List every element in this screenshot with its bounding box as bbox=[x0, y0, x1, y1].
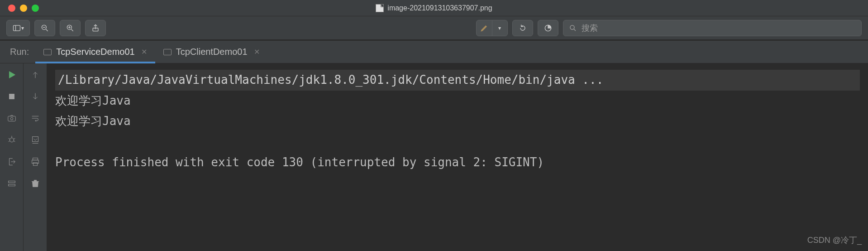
print-icon bbox=[30, 157, 40, 167]
console-line: 欢迎学习Java bbox=[55, 91, 860, 111]
zoom-in-icon bbox=[66, 24, 75, 33]
close-tab-icon[interactable]: ✕ bbox=[139, 48, 147, 56]
window-controls bbox=[0, 5, 39, 12]
scroll-to-end-button[interactable] bbox=[29, 133, 42, 147]
exit-button[interactable] bbox=[5, 155, 19, 169]
window-title-text: image-20210913103637907.png bbox=[387, 4, 492, 12]
svg-rect-22 bbox=[8, 181, 15, 183]
layout-button[interactable] bbox=[5, 177, 19, 190]
exit-icon bbox=[7, 157, 17, 167]
dump-button[interactable] bbox=[5, 111, 19, 125]
info-button[interactable] bbox=[538, 20, 558, 36]
svg-rect-0 bbox=[14, 25, 20, 31]
panel-icon bbox=[12, 24, 21, 33]
minimize-window-button[interactable] bbox=[20, 5, 27, 12]
watermark: CSDN @冷丁_ bbox=[807, 233, 862, 248]
clear-button[interactable] bbox=[29, 177, 42, 190]
tab-label: TcpServiceDemo01 bbox=[56, 47, 134, 57]
svg-line-6 bbox=[72, 29, 73, 31]
run-config-icon bbox=[163, 49, 172, 55]
share-icon bbox=[91, 24, 100, 33]
svg-rect-23 bbox=[8, 184, 15, 186]
maximize-window-button[interactable] bbox=[32, 5, 39, 12]
rerun-button[interactable] bbox=[5, 68, 19, 82]
rotate-icon bbox=[518, 24, 527, 33]
soft-wrap-button[interactable] bbox=[29, 111, 42, 125]
share-button[interactable] bbox=[85, 20, 106, 36]
print-button[interactable] bbox=[29, 155, 42, 169]
arrow-down-icon bbox=[30, 92, 40, 101]
run-actions-col-1 bbox=[0, 63, 24, 251]
svg-point-15 bbox=[10, 117, 13, 120]
svg-point-11 bbox=[570, 25, 574, 29]
up-button[interactable] bbox=[29, 68, 42, 82]
svg-rect-28 bbox=[33, 163, 37, 165]
console-command-line: /Library/Java/JavaVirtualMachines/jdk1.8… bbox=[55, 70, 860, 91]
svg-line-3 bbox=[46, 29, 48, 31]
window-title: image-20210913103637907.png bbox=[0, 4, 868, 12]
close-window-button[interactable] bbox=[8, 5, 15, 12]
run-actions-col-2 bbox=[24, 63, 47, 251]
svg-point-16 bbox=[10, 138, 14, 142]
bug-icon bbox=[7, 135, 17, 145]
search-input[interactable]: 搜索 bbox=[563, 20, 862, 36]
run-tab-bar: Run: TcpServiceDemo01 ✕ TcpClientDemo01 … bbox=[0, 41, 868, 63]
titlebar: image-20210913103637907.png bbox=[0, 0, 868, 16]
rotate-button[interactable] bbox=[512, 20, 533, 36]
svg-rect-27 bbox=[32, 160, 38, 163]
search-icon bbox=[569, 24, 577, 32]
search-placeholder: 搜索 bbox=[582, 23, 598, 34]
console-line bbox=[55, 132, 860, 153]
scroll-end-icon bbox=[30, 135, 40, 145]
run-config-icon bbox=[43, 49, 52, 55]
arrow-up-icon bbox=[30, 70, 40, 80]
chevron-down-icon: ▾ bbox=[498, 25, 501, 31]
down-button[interactable] bbox=[29, 90, 42, 103]
tab-label: TcpClientDemo01 bbox=[176, 47, 248, 57]
chevron-down-icon: ▾ bbox=[21, 25, 24, 31]
stop-icon bbox=[7, 92, 17, 101]
console-line: Process finished with exit code 130 (int… bbox=[55, 152, 860, 173]
svg-rect-13 bbox=[9, 94, 14, 99]
zoom-out-icon bbox=[40, 24, 49, 33]
console-output[interactable]: /Library/Java/JavaVirtualMachines/jdk1.8… bbox=[47, 63, 868, 251]
stop-button[interactable] bbox=[5, 90, 19, 103]
close-tab-icon[interactable]: ✕ bbox=[252, 48, 260, 56]
zoom-out-button[interactable] bbox=[34, 20, 55, 36]
layout-icon bbox=[7, 179, 17, 188]
tab-tcpservicedemo01[interactable]: TcpServiceDemo01 ✕ bbox=[35, 41, 155, 63]
markup-button[interactable]: ▾ bbox=[476, 20, 508, 36]
pencil-icon bbox=[480, 24, 489, 33]
svg-rect-24 bbox=[32, 137, 38, 142]
file-icon bbox=[376, 4, 384, 12]
marker-icon bbox=[544, 24, 553, 33]
run-label: Run: bbox=[0, 41, 35, 63]
console-line: 欢迎学习Java bbox=[55, 111, 860, 132]
play-icon bbox=[7, 70, 17, 80]
camera-icon bbox=[7, 113, 17, 123]
debug-button[interactable] bbox=[5, 133, 19, 147]
tab-tcpclientdemo01[interactable]: TcpClientDemo01 ✕ bbox=[155, 41, 268, 63]
run-panel: /Library/Java/JavaVirtualMachines/jdk1.8… bbox=[0, 63, 868, 251]
toolbar: ▾ ▾ 搜索 bbox=[0, 16, 868, 41]
trash-icon bbox=[30, 179, 40, 188]
wrap-icon bbox=[30, 113, 40, 123]
svg-rect-26 bbox=[33, 158, 38, 160]
zoom-in-button[interactable] bbox=[60, 20, 81, 36]
svg-line-12 bbox=[574, 29, 576, 31]
sidebar-toggle-button[interactable]: ▾ bbox=[6, 20, 30, 36]
svg-rect-14 bbox=[8, 116, 15, 121]
